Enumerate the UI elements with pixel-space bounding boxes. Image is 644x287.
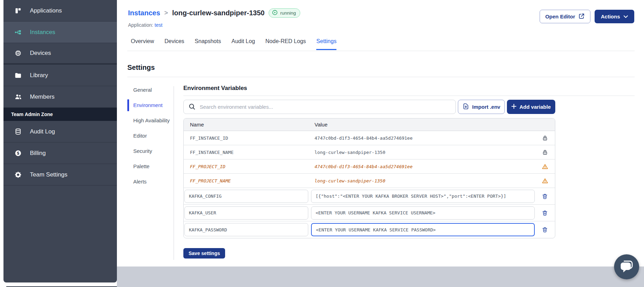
app-root: ApplicationsInstancesDevicesLibraryMembe… [0,0,644,287]
tab-audit-log[interactable]: Audit Log [231,38,255,50]
library-icon [14,71,22,80]
sidebar-item-members[interactable]: Members [3,86,117,108]
env-var-name-cell [184,206,310,220]
open-editor-label: Open Editor [545,14,575,19]
application-line: Application: test [128,22,162,28]
lock-icon [542,135,548,141]
env-var-action-cell [535,149,555,155]
tab-overview[interactable]: Overview [131,38,154,50]
column-header-value: Value [310,122,535,128]
breadcrumb: Instances > long-curlew-sandpiper-1350 r… [128,8,300,18]
env-variables-table: Name Value FF_INSTANCE_ID4747c0bd-d1f3-4… [183,118,555,238]
audit-log-icon [14,128,22,136]
environment-panel-divider [183,96,635,96]
delete-variable-button[interactable] [542,210,548,216]
settings-nav-palette[interactable]: Palette [133,163,172,170]
env-name-input[interactable] [184,190,308,203]
env-var-row: FF_INSTANCE_ID4747c0bd-d1f3-4654-84b4-aa… [184,131,555,145]
settings-page-title: Settings [127,64,155,72]
import-env-label: Import .env [472,104,500,110]
settings-nav-high-availability[interactable]: High Availability [133,117,172,124]
sidebar-item-team-settings[interactable]: Team Settings [3,164,117,186]
warning-icon [542,178,548,184]
env-var-action-cell [535,135,555,141]
env-var-action-cell [535,193,555,199]
settings-nav: GeneralEnvironmentHigh AvailabilityEdito… [133,87,172,185]
env-value-input[interactable] [311,223,535,236]
env-value-input[interactable] [311,206,535,220]
add-variable-label: Add variable [519,104,551,110]
env-var-row: FF_PROJECT_NAMElong-curlew-sandpiper-135… [184,174,555,188]
env-var-name-cell [184,190,310,203]
sidebar-item-label: Billing [30,150,46,157]
tab-node-red-logs[interactable]: Node-RED Logs [265,38,306,50]
sidebar-item-label: Instances [30,29,55,36]
sidebar-item-label: Audit Log [30,128,55,135]
application-name-link[interactable]: test [154,22,162,28]
sidebar-item-label: Members [30,93,55,100]
env-var-row [184,205,555,221]
chat-icon [620,260,634,274]
settings-nav-security[interactable]: Security [133,148,172,154]
sidebar-item-label: Team Settings [30,171,67,178]
applications-icon [14,7,22,15]
instances-icon [14,28,22,36]
add-variable-button[interactable]: Add variable [507,100,555,114]
search-wrap [183,100,456,114]
tab-devices[interactable]: Devices [165,38,184,50]
breadcrumb-separator: > [164,9,168,17]
env-table-header: Name Value [184,118,555,131]
env-var-row [184,221,555,238]
main-content: Instances > long-curlew-sandpiper-1350 r… [117,0,644,266]
env-value-input[interactable] [311,190,535,203]
svg-text:$: $ [17,150,19,155]
column-header-name: Name [184,122,310,128]
billing-icon: $ [14,149,22,157]
sidebar-main-items: ApplicationsInstancesDevicesLibraryMembe… [3,0,117,108]
env-var-value-cell [310,223,535,236]
env-var-value-cell: 4747c0bd-d1f3-4654-84b4-aa5d274691ee [310,136,535,141]
header-actions: Open Editor Actions [540,10,634,23]
plus-icon [511,104,516,110]
settings-nav-alerts[interactable]: Alerts [133,179,172,185]
footer-band [117,266,644,287]
tab-snapshots[interactable]: Snapshots [195,38,221,50]
settings-nav-general[interactable]: General [133,87,172,93]
env-var-value-cell: long-curlew-sandpiper-1350 [310,150,535,155]
team-admin-zone-label: Team Admin Zone [3,108,117,121]
sidebar-item-applications[interactable]: Applications [3,0,117,22]
chat-launcher-button[interactable] [614,254,639,279]
devices-icon [14,49,22,57]
delete-variable-button[interactable] [542,193,548,199]
members-icon [14,93,22,101]
environment-controls: Import .env Add variable [183,100,555,114]
open-editor-button[interactable]: Open Editor [540,10,590,23]
import-env-button[interactable]: Import .env [458,100,505,114]
actions-label: Actions [601,14,620,19]
sidebar-item-library[interactable]: Library [3,65,117,86]
env-var-value-cell: 4747c0bd-d1f3-4654-84b4-aa5d274691ee [310,164,535,169]
sidebar-item-audit-log[interactable]: Audit Log [3,121,117,142]
search-input[interactable] [183,100,456,114]
running-icon [272,10,278,16]
status-badge: running [269,8,300,18]
tab-settings[interactable]: Settings [316,38,336,50]
settings-nav-editor[interactable]: Editor [133,133,172,139]
sidebar-item-devices[interactable]: Devices [3,43,117,65]
save-settings-button[interactable]: Save settings [183,248,225,259]
breadcrumb-instances-link[interactable]: Instances [128,9,160,17]
settings-nav-divider [174,86,174,260]
sidebar-item-instances[interactable]: Instances [3,22,117,43]
sidebar-item-billing[interactable]: $Billing [3,142,117,164]
env-var-row [184,188,555,205]
env-name-input[interactable] [184,206,308,220]
external-link-icon [578,13,585,20]
env-table-body: FF_INSTANCE_ID4747c0bd-d1f3-4654-84b4-aa… [184,131,555,238]
actions-button[interactable]: Actions [595,10,634,23]
env-var-value-cell [310,206,535,220]
env-name-input[interactable] [184,223,308,236]
tabs-divider [127,51,635,51]
environment-panel-title: Environment Variables [183,85,555,92]
delete-variable-button[interactable] [542,227,548,233]
settings-nav-environment[interactable]: Environment [133,102,172,108]
